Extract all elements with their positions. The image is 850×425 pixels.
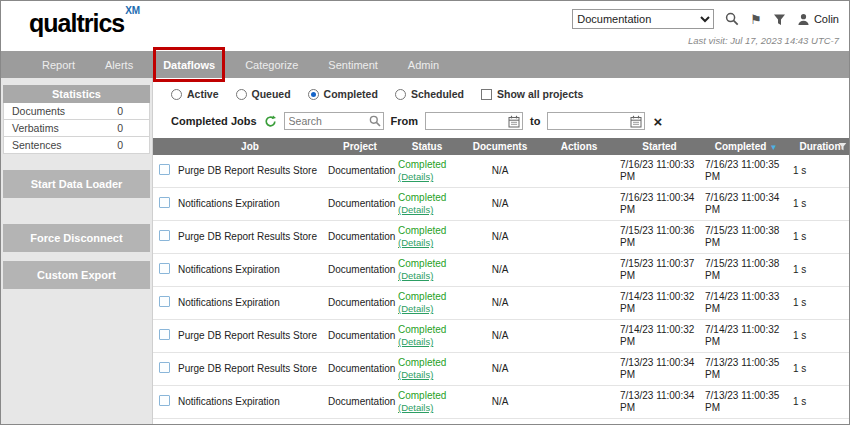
- details-link[interactable]: (Details): [398, 237, 456, 248]
- col-actions[interactable]: Actions: [541, 138, 617, 155]
- status-cell: Completed(Details): [395, 386, 459, 419]
- col-job[interactable]: Job: [175, 138, 325, 155]
- details-link[interactable]: (Details): [398, 270, 456, 281]
- details-link[interactable]: (Details): [398, 402, 456, 413]
- row-checkbox[interactable]: [159, 263, 170, 274]
- jobs-title: Completed Jobs: [171, 115, 257, 127]
- col-duration[interactable]: Duration: [790, 138, 849, 155]
- person-icon: [797, 13, 810, 26]
- row-checkbox[interactable]: [159, 197, 170, 208]
- stat-label: Sentences: [12, 139, 62, 151]
- filter-active[interactable]: Active: [171, 88, 219, 100]
- actions-cell: [Schedule]: [541, 419, 617, 425]
- table-row: Classification: Airline Journey - Englis…: [153, 419, 849, 425]
- col-duration-label: Duration: [799, 141, 840, 152]
- row-checkbox[interactable]: [159, 362, 170, 373]
- started-cell: 7/16/23 11:00:34 PM: [617, 188, 702, 221]
- calendar-icon[interactable]: [508, 115, 520, 128]
- col-started[interactable]: Started: [617, 138, 702, 155]
- force-disconnect-button[interactable]: Force Disconnect: [3, 224, 150, 252]
- completed-cell: 7/13/23 11:00:35 PM: [702, 386, 790, 419]
- col-completed[interactable]: Completed▼: [702, 138, 790, 155]
- sidebar: Statistics Documents 0 Verbatims 0 Sente…: [1, 78, 153, 425]
- started-cell: 7/13/23 11:00:34 PM: [617, 386, 702, 419]
- radio-icon: [395, 89, 406, 100]
- tab-alerts[interactable]: Alerts: [90, 51, 148, 78]
- details-link[interactable]: (Details): [398, 204, 456, 215]
- filter-completed[interactable]: Completed: [308, 88, 378, 100]
- tab-dataflows[interactable]: Dataflows: [148, 51, 230, 78]
- tab-categorize[interactable]: Categorize: [230, 51, 313, 78]
- custom-export-button[interactable]: Custom Export: [3, 261, 150, 289]
- top-header: qualtricsXM Documentation ⚑ Colin: [1, 1, 849, 51]
- job-cell: Notifications Expiration: [175, 287, 325, 320]
- status-text: Completed: [398, 159, 456, 171]
- flag-icon[interactable]: ⚑: [750, 13, 762, 26]
- refresh-icon[interactable]: [264, 115, 277, 128]
- tab-report[interactable]: Report: [27, 51, 90, 78]
- completed-cell: 7/15/23 11:00:38 PM: [702, 221, 790, 254]
- duration-cell: 1 s: [790, 221, 849, 254]
- project-cell: Documentation: [325, 155, 395, 188]
- status-text: Completed: [398, 258, 456, 270]
- completed-cell: 7/16/23 11:00:34 PM: [702, 188, 790, 221]
- stat-row-sentences: Sentences 0: [3, 137, 150, 154]
- row-checkbox[interactable]: [159, 296, 170, 307]
- tab-sentiment[interactable]: Sentiment: [313, 51, 393, 78]
- project-cell: Documentation: [325, 353, 395, 386]
- clear-dates-icon[interactable]: ×: [653, 114, 662, 129]
- documents-cell: N/A: [459, 353, 541, 386]
- row-checkbox[interactable]: [159, 164, 170, 175]
- row-checkbox[interactable]: [159, 329, 170, 340]
- search-icon[interactable]: [725, 12, 739, 26]
- col-status[interactable]: Status: [395, 138, 459, 155]
- table-row: Notifications ExpirationDocumentationCom…: [153, 254, 849, 287]
- show-all-projects-checkbox[interactable]: Show all projects: [481, 88, 583, 100]
- filter-funnel-icon[interactable]: [773, 13, 786, 26]
- logo-text: qualtrics: [29, 9, 124, 37]
- row-checkbox[interactable]: [159, 230, 170, 241]
- radio-checked-icon: [308, 89, 319, 100]
- from-label: From: [391, 115, 419, 127]
- to-label: to: [530, 115, 540, 127]
- status-text: Completed: [398, 225, 456, 237]
- filter-queued[interactable]: Queued: [236, 88, 291, 100]
- duration-cell: 1 s: [790, 353, 849, 386]
- jobs-toolbar: Completed Jobs From to: [153, 111, 849, 131]
- job-cell: Purge DB Report Results Store: [175, 221, 325, 254]
- details-link[interactable]: (Details): [398, 171, 456, 182]
- table-filter-funnel-icon[interactable]: [838, 142, 847, 151]
- project-cell: Documentation: [325, 419, 395, 425]
- user-menu[interactable]: Colin: [797, 13, 839, 26]
- search-field-wrap: [284, 112, 384, 130]
- table-row: Purge DB Report Results StoreDocumentati…: [153, 320, 849, 353]
- table-header-row: Job Project Status Documents Actions Sta…: [153, 138, 849, 155]
- details-link[interactable]: (Details): [398, 303, 456, 314]
- col-documents[interactable]: Documents: [459, 138, 541, 155]
- duration-cell: 1 s: [790, 254, 849, 287]
- documents-cell: N/A: [459, 320, 541, 353]
- filter-scheduled[interactable]: Scheduled: [395, 88, 464, 100]
- status-cell: Completed(Details): [395, 188, 459, 221]
- search-field-icon[interactable]: [369, 115, 381, 127]
- documents-cell: N/A: [459, 419, 541, 425]
- project-select[interactable]: Documentation: [572, 9, 714, 29]
- start-data-loader-button[interactable]: Start Data Loader: [3, 170, 150, 198]
- radio-icon: [171, 89, 182, 100]
- actions-cell: [541, 188, 617, 221]
- table-row: Purge DB Report Results StoreDocumentati…: [153, 155, 849, 188]
- tab-admin[interactable]: Admin: [393, 51, 454, 78]
- job-cell: Purge DB Report Results Store: [175, 320, 325, 353]
- last-visit-text: Last visit: Jul 17, 2023 14:43 UTC-7: [572, 35, 839, 46]
- qualtrics-logo[interactable]: qualtricsXM: [29, 9, 139, 38]
- qualtrics-studio-app: qualtricsXM Documentation ⚑ Colin: [0, 0, 850, 425]
- row-checkbox[interactable]: [159, 395, 170, 406]
- details-link[interactable]: (Details): [398, 336, 456, 347]
- stat-value: 0: [117, 105, 123, 117]
- details-link[interactable]: (Details): [398, 369, 456, 380]
- col-project[interactable]: Project: [325, 138, 395, 155]
- completed-cell: 7/14/23 11:00:33 PM: [702, 287, 790, 320]
- tab-dataflows-label: Dataflows: [163, 59, 215, 71]
- calendar-icon[interactable]: [630, 115, 642, 128]
- actions-cell: [541, 353, 617, 386]
